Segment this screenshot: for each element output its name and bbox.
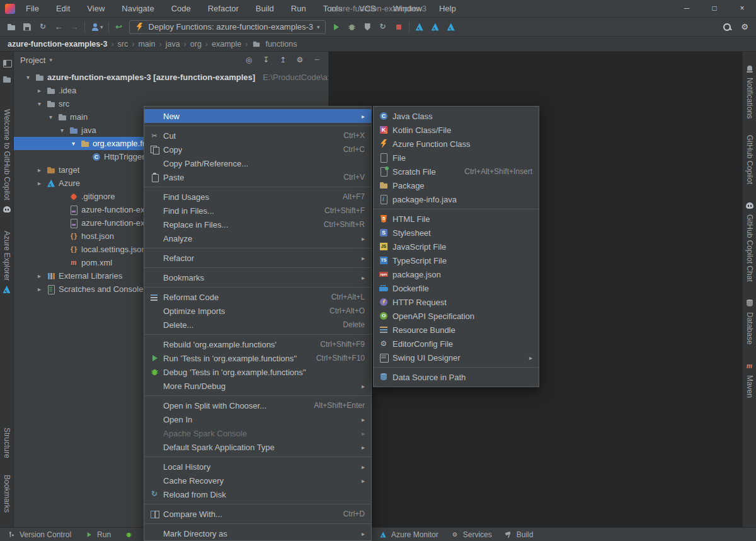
statusbar-button-version-control[interactable]: Version Control bbox=[6, 530, 71, 540]
menubar-item-navigate[interactable]: Navigate bbox=[116, 0, 159, 17]
menubar-item-edit[interactable]: Edit bbox=[50, 0, 76, 17]
coverage-icon[interactable] bbox=[362, 22, 372, 32]
menu-item-compare-with[interactable]: Compare With...Ctrl+D bbox=[144, 507, 371, 521]
breadcrumb-example[interactable]: example bbox=[212, 40, 241, 49]
menubar-item-run[interactable]: Run bbox=[285, 0, 312, 17]
toolwindow-button-welcome-to-github-copilot[interactable]: Welcome to GitHub Copilot bbox=[2, 109, 12, 214]
open-icon[interactable] bbox=[6, 22, 16, 32]
menu-item-analyze[interactable]: Analyze▸ bbox=[144, 231, 371, 245]
menu-item-javascript-file[interactable]: JavaScript File bbox=[374, 240, 539, 253]
menu-item-paste[interactable]: PasteCtrl+V bbox=[144, 170, 371, 184]
menu-item-scratch-file[interactable]: Scratch FileCtrl+Alt+Shift+Insert bbox=[374, 165, 539, 178]
menu-item-default-spark-application-type[interactable]: Default Spark Application Type▸ bbox=[144, 440, 371, 454]
statusbar-button-run[interactable]: Run bbox=[84, 530, 111, 540]
chevron-right-icon[interactable]: ▸ bbox=[35, 87, 43, 94]
menu-item-delete[interactable]: Delete...Delete bbox=[144, 318, 371, 332]
statusbar-button-build[interactable]: Build bbox=[503, 530, 534, 540]
chevron-right-icon[interactable]: ▸ bbox=[35, 180, 43, 187]
menu-item-http-request[interactable]: HTTP Request bbox=[374, 295, 539, 309]
menu-item-reload-from-disk[interactable]: Reload from Disk bbox=[144, 487, 371, 501]
azure-function-deploy-icon[interactable] bbox=[415, 22, 425, 32]
menubar-item-vcs[interactable]: VCS bbox=[353, 0, 382, 17]
menu-item-more-run-debug[interactable]: More Run/Debug▸ bbox=[144, 379, 371, 393]
toolwindow-button-github-copilot-chat[interactable]: GitHub Copilot Chat bbox=[745, 201, 755, 282]
menu-item-mark-directory-as[interactable]: Mark Directory as▸ bbox=[144, 526, 371, 540]
menubar-item-refactor[interactable]: Refactor bbox=[202, 0, 244, 17]
menu-item-find-usages[interactable]: Find UsagesAlt+F7 bbox=[144, 190, 371, 204]
save-icon[interactable] bbox=[22, 22, 32, 32]
toolwindow-button-database[interactable]: Database bbox=[745, 298, 755, 344]
menu-item-open-in[interactable]: Open In▸ bbox=[144, 412, 371, 426]
forward-icon[interactable] bbox=[69, 22, 79, 32]
menubar-item-code[interactable]: Code bbox=[166, 0, 197, 17]
menu-item-apache-spark-console[interactable]: Apache Spark Console▸ bbox=[144, 426, 371, 440]
menu-item-copy-path-reference[interactable]: Copy Path/Reference... bbox=[144, 156, 371, 170]
menubar-item-tools[interactable]: Tools bbox=[318, 0, 348, 17]
maximize-button[interactable]: □ bbox=[701, 0, 728, 17]
chevron-down-icon[interactable]: ▾ bbox=[47, 113, 55, 120]
menubar-item-build[interactable]: Build bbox=[250, 0, 280, 17]
menu-item-optimize-imports[interactable]: Optimize ImportsCtrl+Alt+O bbox=[144, 304, 371, 318]
collapse-all-icon[interactable] bbox=[278, 55, 288, 65]
breadcrumb-main[interactable]: main bbox=[138, 40, 155, 49]
statusbar-button-azure-monitor[interactable]: Azure Monitor bbox=[378, 530, 438, 540]
tree-item-idea[interactable]: ▸.idea bbox=[14, 84, 328, 97]
sync-icon[interactable] bbox=[38, 22, 48, 32]
menu-item-copy[interactable]: CopyCtrl+C bbox=[144, 143, 371, 156]
menu-item-package-json[interactable]: package.json bbox=[374, 267, 539, 281]
menubar-item-help[interactable]: Help bbox=[433, 0, 462, 17]
menu-item-html-file[interactable]: HTML File bbox=[374, 212, 539, 226]
chevron-right-icon[interactable]: ▸ bbox=[35, 272, 43, 279]
azure-function-add-icon[interactable] bbox=[430, 22, 440, 32]
toolwindow-button-maven[interactable]: Maven bbox=[745, 361, 755, 398]
stop-icon[interactable] bbox=[394, 22, 404, 32]
menu-item-reformat-code[interactable]: Reformat CodeCtrl+Alt+L bbox=[144, 290, 371, 304]
menu-item-cache-recovery[interactable]: Cache Recovery▸ bbox=[144, 474, 371, 487]
project-panel-title[interactable]: Project bbox=[20, 55, 45, 65]
toolwindow-button-github-copilot[interactable]: GitHub Copilot bbox=[745, 135, 754, 184]
statusbar-button-services[interactable]: Services bbox=[450, 530, 492, 540]
restart-icon[interactable] bbox=[378, 22, 388, 32]
toolwindow-button-bookmarks[interactable]: Bookmarks bbox=[3, 475, 11, 513]
chevron-right-icon[interactable]: ▸ bbox=[35, 286, 43, 293]
chevron-down-icon[interactable]: ▾ bbox=[69, 140, 77, 147]
run-configuration-select[interactable]: Deploy Functions: azure-function-example… bbox=[129, 20, 326, 34]
menu-item-run-tests-in-org-example-functions[interactable]: Run 'Tests in 'org.example.functions''Ct… bbox=[144, 351, 371, 365]
menu-item-refactor[interactable]: Refactor▸ bbox=[144, 251, 371, 265]
menu-item-swing-ui-designer[interactable]: Swing UI Designer▸ bbox=[374, 351, 539, 364]
debug-bug-icon[interactable] bbox=[346, 22, 357, 32]
minimize-button[interactable]: ─ bbox=[673, 0, 701, 17]
toolwindow-icon[interactable] bbox=[2, 58, 12, 68]
menu-item-package[interactable]: Package bbox=[374, 178, 539, 192]
menubar-item-window[interactable]: Window bbox=[387, 0, 428, 17]
folder-icon[interactable] bbox=[2, 74, 12, 84]
menu-item-find-in-files[interactable]: Find in Files...Ctrl+Shift+F bbox=[144, 204, 371, 218]
chevron-down-icon[interactable]: ▾ bbox=[58, 127, 66, 134]
statusbar-button-bug[interactable] bbox=[123, 530, 134, 540]
menu-item-azure-function-class[interactable]: Azure Function Class bbox=[374, 137, 539, 151]
locate-icon[interactable] bbox=[244, 55, 254, 65]
menu-item-file[interactable]: File bbox=[374, 151, 539, 165]
menu-item-data-source-in-path[interactable]: Data Source in Path bbox=[374, 370, 539, 384]
menubar-item-view[interactable]: View bbox=[81, 0, 110, 17]
menu-item-package-info-java[interactable]: package-info.java bbox=[374, 192, 539, 206]
menu-item-new[interactable]: New▸ bbox=[144, 109, 371, 123]
menu-item-debug-tests-in-org-example-functions[interactable]: Debug 'Tests in 'org.example.functions'' bbox=[144, 365, 371, 379]
hide-icon[interactable] bbox=[312, 55, 322, 65]
menu-item-replace-in-files[interactable]: Replace in Files...Ctrl+Shift+R bbox=[144, 218, 371, 231]
toolwindow-button-structure[interactable]: Structure bbox=[3, 428, 11, 458]
settings-gear-icon[interactable] bbox=[740, 22, 750, 32]
breadcrumb-org[interactable]: org bbox=[190, 40, 202, 49]
menu-item-editorconfig-file[interactable]: EditorConfig File bbox=[374, 337, 539, 351]
chevron-down-icon[interactable]: ▾ bbox=[24, 74, 32, 81]
menu-item-resource-bundle[interactable]: Resource Bundle bbox=[374, 323, 539, 337]
breadcrumb-functions[interactable]: functions bbox=[265, 40, 297, 49]
menu-item-typescript-file[interactable]: TypeScript File bbox=[374, 253, 539, 267]
breadcrumb-src[interactable]: src bbox=[118, 40, 129, 49]
menu-item-openapi-specification[interactable]: OpenAPI Specification bbox=[374, 309, 539, 323]
tree-item-azure-function-examples-3-azure-function-examples[interactable]: ▾azure-function-examples-3 [azure-functi… bbox=[14, 71, 328, 84]
menu-item-java-class[interactable]: Java Class bbox=[374, 109, 539, 123]
breadcrumb-azure-function-examples-3[interactable]: azure-function-examples-3 bbox=[8, 40, 107, 49]
expand-all-icon[interactable] bbox=[261, 55, 271, 65]
menu-item-local-history[interactable]: Local History▸ bbox=[144, 460, 371, 474]
